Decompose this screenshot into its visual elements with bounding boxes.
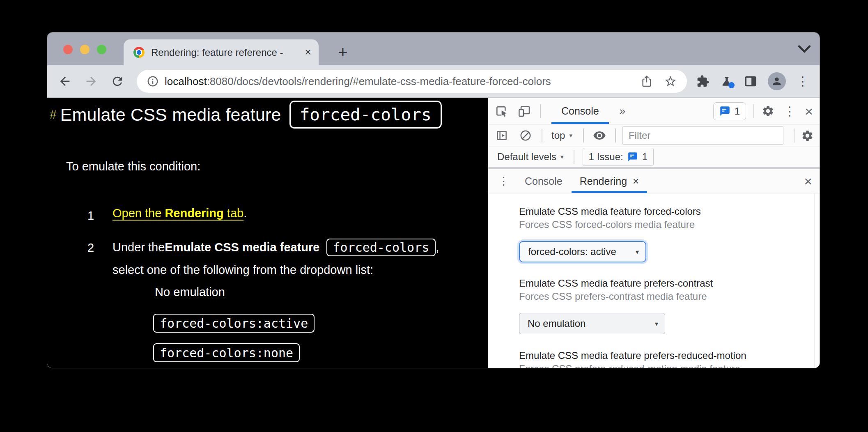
section-desc: Forces CSS prefers-reduced-motion media … <box>519 362 803 368</box>
heading-anchor-link[interactable]: # <box>50 108 57 122</box>
rendering-tab-link[interactable]: Open the Rendering tab <box>113 207 243 220</box>
console-toolbar: top▾ <box>488 124 820 147</box>
forced-colors-select[interactable]: forced-colors: active ▾ <box>519 241 646 262</box>
chrome-favicon-icon <box>133 47 145 58</box>
profile-avatar[interactable] <box>768 72 786 90</box>
browser-window: Rendering: feature reference - × + local… <box>47 32 820 368</box>
devtools-close-icon[interactable]: × <box>805 104 813 118</box>
console-messages-badge[interactable]: 1 <box>713 102 746 120</box>
tab-console-main[interactable]: Console <box>551 98 609 124</box>
reload-button[interactable] <box>110 74 124 88</box>
list-number-2: 2 <box>87 241 94 255</box>
page-title: Emulate CSS media feature <box>60 105 281 125</box>
section-desc: Forces CSS prefers-contrast media featur… <box>519 290 803 303</box>
device-toolbar-icon[interactable] <box>518 105 531 118</box>
flask-notification-dot <box>728 82 735 88</box>
drawer-tab-console[interactable]: Console <box>525 175 563 187</box>
drawer-tab-rendering[interactable]: Rendering × <box>572 169 648 193</box>
devtools-menu-kebab-icon[interactable]: ⋮ <box>783 105 796 117</box>
intro-text: To emulate this condition: <box>66 160 200 173</box>
tab-strip: Rendering: feature reference - × + <box>47 32 820 65</box>
drawer-tab-bar: ⋮ Console Rendering × × <box>488 169 820 193</box>
console-levels-bar: Default levels▾ 1 Issue: 1 <box>488 147 820 167</box>
drawer-scrollbar[interactable] <box>814 193 820 368</box>
log-levels-selector[interactable]: Default levels▾ <box>497 151 564 163</box>
rendering-panel: Emulate CSS media feature forced-colors … <box>488 193 820 368</box>
extensions-puzzle-icon[interactable] <box>696 75 710 88</box>
rendering-tab-underline <box>572 191 648 193</box>
forward-button[interactable] <box>84 74 98 88</box>
section-forced-colors: Emulate CSS media feature forced-colors … <box>519 205 803 262</box>
console-filter-input[interactable] <box>622 126 783 145</box>
minimize-window-button[interactable] <box>80 45 90 54</box>
tab-search-chevron-icon[interactable] <box>795 42 813 56</box>
issue-chat-icon <box>627 152 638 162</box>
console-settings-gear-icon[interactable] <box>801 129 814 142</box>
settings-gear-icon[interactable] <box>762 105 774 117</box>
url-text: localhost:8080/docs/devtools/rendering/#… <box>165 75 629 88</box>
browser-menu-kebab-icon[interactable]: ⋮ <box>797 75 809 87</box>
list-number-1: 1 <box>87 209 94 223</box>
rendering-tab-close-icon[interactable]: × <box>633 176 639 186</box>
section-prefers-reduced-motion: Emulate CSS media feature prefers-reduce… <box>519 349 803 368</box>
close-window-button[interactable] <box>63 45 73 54</box>
live-expression-eye-icon[interactable] <box>593 129 606 142</box>
issues-button[interactable]: 1 Issue: 1 <box>583 148 654 166</box>
select-caret-icon: ▾ <box>655 320 658 328</box>
drawer-menu-kebab-icon[interactable]: ⋮ <box>498 176 509 187</box>
drawer-close-icon[interactable]: × <box>804 174 812 188</box>
section-prefers-contrast: Emulate CSS media feature prefers-contra… <box>519 277 803 334</box>
option-no-emulation: No emulation <box>155 285 225 299</box>
section-title: Emulate CSS media feature prefers-contra… <box>519 277 803 290</box>
tab-close-icon[interactable]: × <box>305 47 311 58</box>
bookmark-star-icon[interactable] <box>664 75 677 88</box>
screenshot-stage: Rendering: feature reference - × + local… <box>0 0 868 432</box>
back-button[interactable] <box>58 74 72 88</box>
share-icon[interactable] <box>640 75 653 88</box>
context-selector[interactable]: top▾ <box>551 130 572 141</box>
list-item-2-line-1: Under the Emulate CSS media feature forc… <box>113 236 439 259</box>
heading-code-chip: forced-colors <box>289 101 442 129</box>
more-tabs-icon[interactable]: » <box>620 105 625 117</box>
browser-toolbar: localhost:8080/docs/devtools/rendering/#… <box>47 65 820 98</box>
chat-bubble-icon <box>719 106 730 117</box>
select-caret-icon: ▾ <box>636 248 639 256</box>
option-forced-colors-none: forced-colors:none <box>153 343 300 362</box>
experiments-flask-icon[interactable] <box>720 75 733 88</box>
clear-console-icon[interactable] <box>519 129 532 142</box>
prefers-contrast-select[interactable]: No emulation ▾ <box>519 313 665 334</box>
console-sidebar-icon[interactable] <box>496 129 508 142</box>
toolbar-actions: ⋮ <box>696 65 820 97</box>
side-panel-icon[interactable] <box>744 75 757 88</box>
traffic-lights <box>63 45 106 54</box>
section-desc: Forces CSS forced-colors media feature <box>519 218 803 231</box>
zoom-window-button[interactable] <box>97 45 106 54</box>
web-page: # Emulate CSS media feature forced-color… <box>47 98 488 368</box>
page-info-icon[interactable] <box>147 75 159 87</box>
window-content: # Emulate CSS media feature forced-color… <box>47 98 820 368</box>
option-forced-colors-active: forced-colors:active <box>153 314 315 333</box>
active-tab-underline <box>551 122 609 124</box>
devtools-main-toolbar: Console » 1 ⋮ × <box>488 98 820 124</box>
devtools-panel: Console » 1 ⋮ × <box>488 98 820 368</box>
tab-title-fade <box>282 47 301 58</box>
list-item-1: Open the Rendering tab. <box>113 207 247 220</box>
browser-tab[interactable]: Rendering: feature reference - × <box>124 39 319 65</box>
inspect-element-icon[interactable] <box>495 105 508 118</box>
list-item-2-line-2: select one of the following from the dro… <box>113 263 373 277</box>
section-title: Emulate CSS media feature forced-colors <box>519 205 803 218</box>
tab-title: Rendering: feature reference - <box>151 47 301 58</box>
section-title: Emulate CSS media feature prefers-reduce… <box>519 349 803 362</box>
address-bar[interactable]: localhost:8080/docs/devtools/rendering/#… <box>137 70 687 93</box>
inline-code-chip: forced-colors <box>326 239 436 256</box>
page-heading: # Emulate CSS media feature forced-color… <box>50 101 442 129</box>
new-tab-button[interactable]: + <box>332 41 354 63</box>
